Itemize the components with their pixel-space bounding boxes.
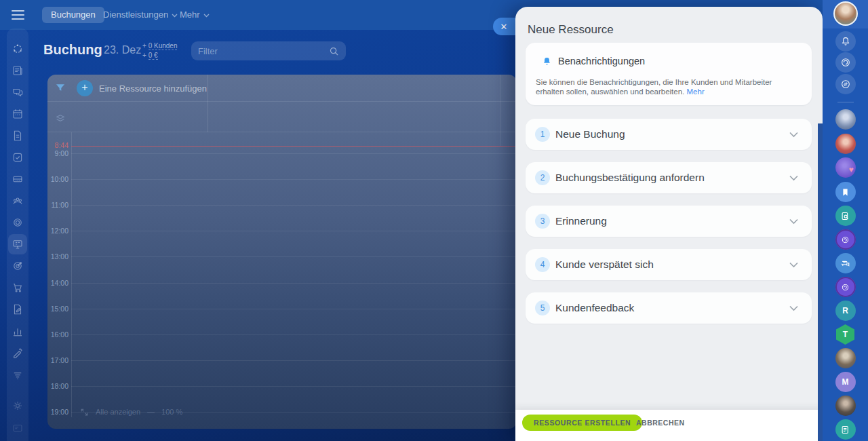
chat-transfer-button[interactable] — [835, 74, 856, 94]
left-icon-rail — [7, 28, 28, 441]
sidebar-icon-document[interactable] — [12, 130, 24, 142]
user-avatar[interactable] — [833, 1, 858, 26]
page-date[interactable]: 23. Dez — [104, 44, 141, 56]
chevron-down-icon — [172, 14, 178, 18]
sidebar-icon-badge[interactable] — [12, 216, 24, 229]
doc-search-button[interactable] — [835, 206, 856, 226]
chevron-down-icon[interactable] — [789, 175, 798, 181]
hamburger-menu-icon[interactable] — [12, 10, 24, 20]
bookmark-button[interactable] — [835, 182, 856, 202]
cancel-button[interactable]: ABBRECHEN — [631, 415, 690, 431]
tab-mehr[interactable]: Mehr — [180, 7, 210, 23]
chevron-down-icon[interactable] — [789, 132, 798, 138]
current-time-label: 8:44 — [47, 141, 68, 149]
hour-gridline — [71, 386, 515, 387]
section-kunde-verspaetet[interactable]: 4 Kunde verspätet sich — [526, 249, 812, 280]
tab-dienstleistungen[interactable]: Dienstleistungen — [103, 7, 178, 23]
avatar-heart[interactable]: ♥ — [835, 157, 856, 178]
panel-scrollbar[interactable] — [818, 123, 823, 441]
page-title: Buchung — [43, 42, 102, 58]
section-erinnerung[interactable]: 3 Erinnerung — [526, 206, 812, 237]
section-kundenfeedback[interactable]: 5 Kundenfeedback — [526, 292, 812, 324]
sidebar-icon-cart[interactable] — [12, 282, 24, 294]
revenue-counter[interactable]: + 0 € — [142, 51, 177, 60]
hour-label: 10:00 — [47, 175, 68, 183]
section-number-badge: 1 — [535, 127, 550, 142]
filter-input[interactable] — [198, 46, 329, 56]
sidebar-icon-document-edit[interactable] — [12, 303, 24, 315]
avatar-woman[interactable] — [835, 134, 856, 154]
hour-gridline — [71, 231, 515, 231]
bell-icon — [840, 36, 851, 47]
section-neue-buchung[interactable]: 1 Neue Buchung — [526, 119, 812, 150]
sidebar-icon-bar-chart[interactable] — [12, 325, 24, 337]
chevron-down-icon — [203, 14, 210, 18]
document-lines-icon — [840, 425, 850, 435]
avatar-man-1[interactable] — [835, 348, 856, 368]
zoom-out-icon[interactable]: — — [147, 408, 155, 416]
expand-icon[interactable] — [80, 408, 89, 417]
hour-label: 12:00 — [47, 227, 68, 235]
hour-label: 14:00 — [47, 279, 68, 287]
section-number-badge: 4 — [535, 257, 550, 272]
sidebar-icon-calendar[interactable] — [12, 108, 24, 120]
tab-buchungen[interactable]: Buchungen — [42, 7, 104, 23]
current-time-line — [71, 146, 515, 147]
sidebar-icon-check-square[interactable] — [12, 151, 24, 164]
section-label: Erinnerung — [555, 215, 607, 227]
filter-field[interactable] — [191, 41, 346, 60]
chat-lines-icon — [840, 258, 850, 269]
chevron-down-icon[interactable] — [789, 218, 798, 225]
sidebar-icon-cash-drawer[interactable] — [12, 173, 24, 185]
sidebar-icon-screen[interactable] — [12, 422, 24, 434]
mehr-link[interactable]: Mehr — [687, 88, 705, 96]
sidebar-icon-news[interactable] — [12, 64, 24, 77]
spiral-app-button-1[interactable] — [835, 229, 856, 250]
spiral-button[interactable] — [835, 52, 856, 73]
section-label: Neue Buchung — [555, 128, 625, 140]
spiral-icon — [840, 282, 850, 292]
workspace-r-button[interactable]: R — [835, 301, 856, 321]
zoom-level: 100 % — [161, 408, 182, 416]
chat-arrows-icon — [840, 79, 851, 90]
sidebar-icon-target[interactable] — [12, 260, 24, 272]
spiral-icon — [840, 235, 850, 245]
workspace-t-button[interactable]: T — [835, 324, 856, 345]
hour-gridline — [71, 256, 515, 257]
hour-label: 19:00 — [47, 408, 68, 416]
chevron-down-icon[interactable] — [789, 262, 798, 268]
workspace-letter: R — [842, 306, 848, 315]
hour-gridline — [71, 360, 515, 361]
hour-label: 13:00 — [47, 252, 68, 261]
spiral-app-button-2[interactable] — [835, 277, 856, 297]
hour-label: 18:00 — [47, 382, 68, 390]
close-panel-button[interactable]: ✕ — [493, 18, 517, 35]
rail-divider — [837, 102, 854, 102]
calendar-card: + Eine Ressource hinzufügen 9:0010:0011:… — [47, 75, 517, 429]
create-resource-button[interactable]: RESSOURCE ERSTELLEN — [522, 415, 642, 431]
document-search-icon — [840, 211, 850, 221]
sidebar-icon-presentation[interactable] — [12, 238, 24, 250]
sidebar-icon-orbit[interactable] — [12, 43, 24, 55]
sidebar-icon-layers-stack[interactable] — [12, 368, 24, 381]
section-number-badge: 2 — [535, 170, 550, 185]
sidebar-icon-people[interactable] — [12, 195, 24, 207]
sidebar-icon-chats[interactable] — [12, 86, 24, 98]
sidebar-icon-settings-gear[interactable] — [12, 400, 24, 412]
hour-label: 11:00 — [47, 201, 68, 209]
avatar-man-2[interactable] — [835, 396, 856, 416]
document-app-button[interactable] — [835, 419, 856, 440]
notifications-bell-button[interactable] — [835, 31, 856, 52]
sidebar-icon-pen[interactable] — [12, 347, 24, 359]
notifications-title: Benachrichtigungen — [558, 56, 645, 66]
show-all-link[interactable]: Alle anzeigen — [96, 408, 140, 416]
bookmark-icon — [840, 187, 850, 197]
customers-counter[interactable]: + 0 Kunden — [142, 41, 177, 51]
chat-app-button[interactable] — [835, 253, 856, 273]
avatar-cat[interactable] — [835, 109, 856, 130]
workspace-m-button[interactable]: M — [835, 372, 856, 392]
chevron-down-icon[interactable] — [789, 305, 798, 311]
section-label: Kundenfeedback — [555, 302, 634, 314]
section-number-badge: 5 — [535, 301, 550, 315]
section-buchungsbestaetigung[interactable]: 2 Buchungsbestätigung anfordern — [526, 162, 812, 193]
